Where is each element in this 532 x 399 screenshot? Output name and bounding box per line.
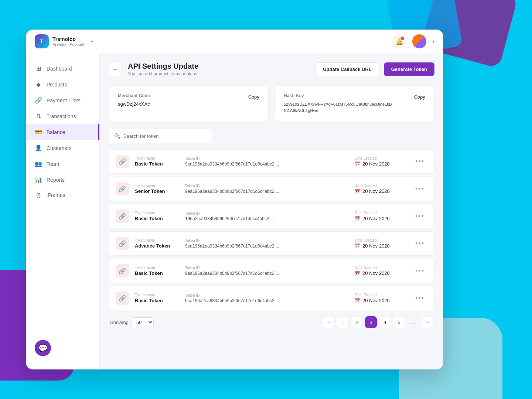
token-id-value: 9ea196a2ea9334b6b9b2f667c17d1d6c4abc2...… xyxy=(185,271,349,276)
token-more-button[interactable]: ••• xyxy=(412,238,427,249)
pagination-page-4[interactable]: 4 xyxy=(379,316,391,328)
token-date-value: 20 Nov 2020 xyxy=(362,270,390,276)
token-date-label: Date Created xyxy=(355,211,406,215)
token-name-value: Senior Token xyxy=(135,188,179,194)
logo-icon: T xyxy=(35,34,49,48)
user-avatar-button[interactable] xyxy=(412,34,426,48)
chat-button[interactable]: 💬 xyxy=(35,340,51,356)
token-more-button[interactable]: ••• xyxy=(412,211,427,222)
sidebar-item-dashboard[interactable]: ⊞ Dashboard xyxy=(26,61,99,76)
token-id-label: Token ID xyxy=(185,157,349,161)
token-date-label: Date Created xyxy=(355,156,406,160)
hash-key-copy-button[interactable]: Copy xyxy=(414,95,425,100)
payment-links-icon: 🔗 xyxy=(35,97,42,104)
header: T Tremoloo Premium Account ▾ 🔔 ▾ xyxy=(26,30,443,53)
sidebar-label-reports: Reports xyxy=(47,177,65,183)
token-id-label: Token ID xyxy=(185,239,349,243)
hash-key-label: Hash Key xyxy=(284,93,395,98)
sidebar-item-payment-links[interactable]: 🔗 Payment Links xyxy=(26,92,99,108)
token-name-value: Basic Token xyxy=(135,216,179,221)
sidebar: ⊞ Dashboard ◆ Products 🔗 Payment Links ⇅… xyxy=(26,53,100,369)
token-name-value: Basic Token xyxy=(135,270,179,276)
header-actions: 🔔 ▾ xyxy=(392,34,434,48)
pagination-page-1[interactable]: 1 xyxy=(337,316,349,328)
token-id-label: Token ID xyxy=(185,184,349,188)
sidebar-item-customers[interactable]: 👤 Customers xyxy=(26,140,99,156)
search-bar[interactable]: 🔍 xyxy=(109,129,212,143)
account-type: Premium Account xyxy=(52,42,84,47)
pagination-page-2[interactable]: 2 xyxy=(351,316,363,328)
token-more-button[interactable]: ••• xyxy=(412,184,427,194)
sidebar-item-products[interactable]: ◆ Products xyxy=(26,76,99,92)
sidebar-item-balance[interactable]: 💳 Balance xyxy=(26,124,99,140)
sidebar-item-team[interactable]: 👥 Team xyxy=(26,156,99,172)
token-icon: 🔗 xyxy=(116,237,129,250)
pagination-prev-button[interactable]: ← xyxy=(323,316,335,328)
page-size-select[interactable]: 50 25 100 xyxy=(132,317,154,327)
token-icon: 🔗 xyxy=(116,155,129,168)
customers-icon: 👤 xyxy=(35,144,42,151)
token-date-value: 20 Nov 2020 xyxy=(362,298,390,303)
search-input[interactable] xyxy=(123,133,207,139)
token-more-button[interactable]: ••• xyxy=(412,293,427,304)
token-date-field: Date Created 📅 20 Nov 2020 xyxy=(355,184,406,194)
page-header-left: ← API Settings Update You can add produc… xyxy=(109,62,198,76)
token-date-value: 20 Nov 2020 xyxy=(362,216,390,221)
sidebar-item-reports[interactable]: 📊 Reports xyxy=(26,172,99,188)
pagination-page-3[interactable]: 3 xyxy=(365,316,377,328)
update-callback-url-button[interactable]: Update Callback URL xyxy=(315,62,379,76)
info-cards-row: Merchant Code sgwDzj24xXAc Copy Hash Key… xyxy=(109,85,434,121)
notification-button[interactable]: 🔔 xyxy=(392,34,406,48)
sidebar-label-iframes: iFrames xyxy=(47,192,65,198)
page-subtitle: You can add product items or plans. xyxy=(128,71,198,76)
pagination-next-button[interactable]: → xyxy=(421,316,433,328)
calendar-icon: 📅 xyxy=(355,271,360,276)
token-name-field: Token name Basic Token xyxy=(135,211,179,221)
merchant-code-card: Merchant Code sgwDzj24xXAc Copy xyxy=(109,85,269,121)
logo-area[interactable]: T Tremoloo Premium Account ▾ xyxy=(35,34,93,48)
token-date-label: Date Created xyxy=(355,293,406,297)
calendar-icon: 📅 xyxy=(355,298,360,303)
token-row: 🔗 Token name Advance Token Token ID 9ea1… xyxy=(109,231,434,256)
sidebar-item-transactions[interactable]: ⇅ Transactions xyxy=(26,108,99,124)
token-id-field: Token ID 9ea196a2ea9334b6b9b2f667c17d1d6… xyxy=(185,293,349,303)
token-id-value: 9ea196a2ea9334b6b9b2f667c17d1d6c4abc2...… xyxy=(185,161,349,167)
hash-key-card: Hash Key $2y$10$UZDXXAVFHsXgF6azMT6McuLn… xyxy=(274,85,434,121)
sidebar-item-iframes[interactable]: {/} iFrames xyxy=(26,188,99,202)
token-name-label: Token name xyxy=(135,156,179,160)
page-header: ← API Settings Update You can add produc… xyxy=(109,62,434,76)
back-button[interactable]: ← xyxy=(109,63,122,76)
token-date-field: Date Created 📅 20 Nov 2020 xyxy=(355,266,406,276)
token-date-label: Date Created xyxy=(355,238,406,242)
avatar-chevron-icon: ▾ xyxy=(432,39,434,44)
merchant-code-copy-button[interactable]: Copy xyxy=(248,95,259,100)
token-name-value: Basic Token xyxy=(135,298,179,303)
pagination-page-5[interactable]: 5 xyxy=(393,316,405,328)
page-title: API Settings Update xyxy=(128,62,198,71)
dashboard-icon: ⊞ xyxy=(35,65,42,72)
products-icon: ◆ xyxy=(35,81,42,88)
token-date-value: 20 Nov 2020 xyxy=(362,188,390,194)
merchant-code-value: sgwDzj24xXAc xyxy=(118,101,150,107)
token-row: 🔗 Token name Basic Token Token ID 196a2e… xyxy=(109,204,434,228)
token-date-field: Date Created 📅 20 Nov 2020 xyxy=(355,238,406,249)
app-name: Tremoloo xyxy=(52,36,84,42)
token-name-label: Token name xyxy=(135,238,179,242)
token-icon: 🔗 xyxy=(116,291,129,305)
token-id-label: Token ID xyxy=(185,211,349,215)
token-more-button[interactable]: ••• xyxy=(412,266,427,276)
sidebar-label-transactions: Transactions xyxy=(47,113,76,119)
token-name-field: Token name Basic Token xyxy=(135,156,179,167)
token-name-field: Token name Basic Token xyxy=(135,266,179,276)
token-icon: 🔗 xyxy=(116,264,129,277)
token-name-value: Basic Token xyxy=(135,161,179,167)
token-more-button[interactable]: ••• xyxy=(412,156,427,167)
token-id-value: 9ea196a2ea9334b6b9b2f667c17d1d6c4abc2...… xyxy=(185,243,349,249)
token-id-value: 9ea196a2ea9334b6b9b2f667c17d1d6c4abc2...… xyxy=(185,189,349,194)
token-row: 🔗 Token name Senior Token Token ID 9ea19… xyxy=(109,177,434,201)
token-name-field: Token name Advance Token xyxy=(135,238,179,249)
calendar-icon: 📅 xyxy=(355,161,360,167)
token-date-field: Date Created 📅 20 Nov 2020 xyxy=(355,156,406,167)
generate-token-button[interactable]: Generate Token xyxy=(384,62,434,76)
transactions-icon: ⇅ xyxy=(35,113,42,120)
